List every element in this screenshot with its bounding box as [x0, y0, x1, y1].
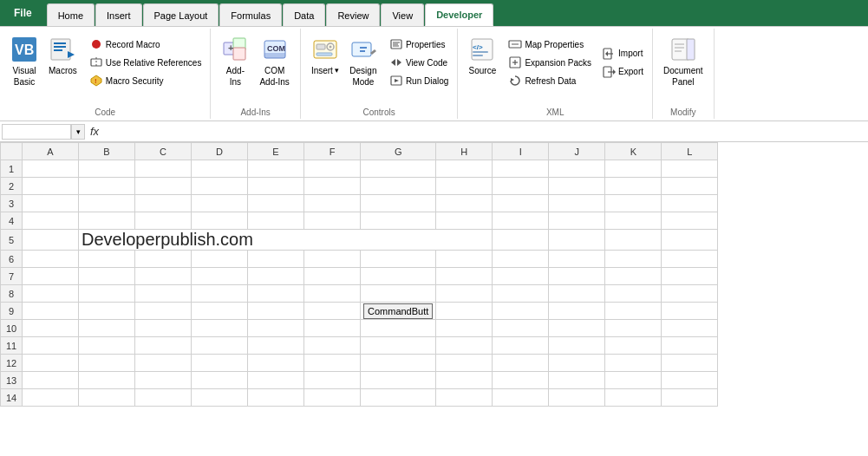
cell-L2[interactable] — [662, 178, 718, 195]
cell-G1[interactable] — [361, 160, 436, 178]
cell-B4[interactable] — [79, 212, 135, 230]
cell-L1[interactable] — [662, 160, 718, 178]
cell-L4[interactable] — [662, 212, 718, 230]
cell-I9[interactable] — [493, 303, 549, 320]
cell-E14[interactable] — [248, 389, 304, 407]
cell-K14[interactable] — [605, 389, 662, 407]
cell-I3[interactable] — [493, 195, 549, 212]
cell-D12[interactable] — [192, 355, 248, 372]
cell-B7[interactable] — [79, 268, 135, 285]
expansion-packs-button[interactable]: Expansion Packs — [505, 54, 595, 71]
cell-D6[interactable] — [192, 251, 248, 268]
tab-review[interactable]: Review — [326, 3, 380, 26]
design-mode-button[interactable]: DesignMode — [344, 32, 382, 91]
cell-E4[interactable] — [248, 212, 304, 230]
cell-A14[interactable] — [23, 389, 79, 407]
cell-H10[interactable] — [436, 320, 493, 337]
cell-G11[interactable] — [361, 337, 436, 355]
cell-F1[interactable] — [304, 160, 361, 178]
export-button[interactable]: Export — [598, 63, 647, 81]
cell-L11[interactable] — [662, 337, 718, 355]
cell-F11[interactable] — [304, 337, 361, 355]
cell-J13[interactable] — [549, 372, 605, 389]
cell-E2[interactable] — [248, 178, 304, 195]
cell-F9[interactable] — [304, 303, 361, 320]
cell-J14[interactable] — [549, 389, 605, 407]
cell-B12[interactable] — [79, 355, 135, 372]
add-ins-button[interactable]: + Add-Ins — [216, 32, 254, 91]
cell-F14[interactable] — [304, 389, 361, 407]
cell-E12[interactable] — [248, 355, 304, 372]
cell-C12[interactable] — [135, 355, 192, 372]
cell-K8[interactable] — [605, 285, 662, 303]
insert-control-button[interactable]: Insert ▾ — [306, 32, 344, 80]
cell-K4[interactable] — [605, 212, 662, 230]
cell-H3[interactable] — [436, 195, 493, 212]
cell-A11[interactable] — [23, 337, 79, 355]
cell-B14[interactable] — [79, 389, 135, 407]
cell-A5[interactable] — [23, 230, 79, 251]
cell-E3[interactable] — [248, 195, 304, 212]
cell-K1[interactable] — [605, 160, 662, 178]
cell-D2[interactable] — [192, 178, 248, 195]
cell-B10[interactable] — [79, 320, 135, 337]
cell-J7[interactable] — [549, 268, 605, 285]
cell-C1[interactable] — [135, 160, 192, 178]
cell-A7[interactable] — [23, 268, 79, 285]
cell-E8[interactable] — [248, 285, 304, 303]
cell-B2[interactable] — [79, 178, 135, 195]
cell-I6[interactable] — [493, 251, 549, 268]
cell-A2[interactable] — [23, 178, 79, 195]
cell-E13[interactable] — [248, 372, 304, 389]
command-button[interactable]: CommandButt — [363, 303, 433, 319]
tab-home[interactable]: Home — [47, 3, 95, 26]
cell-J9[interactable] — [549, 303, 605, 320]
cell-C3[interactable] — [135, 195, 192, 212]
cell-G13[interactable] — [361, 372, 436, 389]
cell-B6[interactable] — [79, 251, 135, 268]
cell-K2[interactable] — [605, 178, 662, 195]
cell-K6[interactable] — [605, 251, 662, 268]
cell-F3[interactable] — [304, 195, 361, 212]
cell-L13[interactable] — [662, 372, 718, 389]
cell-B5[interactable]: Developerpublish.com — [79, 230, 493, 251]
cell-K12[interactable] — [605, 355, 662, 372]
cell-I5[interactable] — [493, 230, 549, 251]
tab-formulas[interactable]: Formulas — [219, 3, 282, 26]
cell-I14[interactable] — [493, 389, 549, 407]
cell-H14[interactable] — [436, 389, 493, 407]
cell-C2[interactable] — [135, 178, 192, 195]
source-button[interactable]: </> Source — [463, 32, 501, 80]
tab-developer[interactable]: Developer — [425, 3, 493, 26]
cell-B13[interactable] — [79, 372, 135, 389]
cell-I12[interactable] — [493, 355, 549, 372]
cell-I13[interactable] — [493, 372, 549, 389]
cell-C8[interactable] — [135, 285, 192, 303]
cell-A13[interactable] — [23, 372, 79, 389]
cell-F7[interactable] — [304, 268, 361, 285]
cell-C11[interactable] — [135, 337, 192, 355]
cell-H11[interactable] — [436, 337, 493, 355]
cell-L10[interactable] — [662, 320, 718, 337]
cell-J10[interactable] — [549, 320, 605, 337]
cell-B8[interactable] — [79, 285, 135, 303]
cell-L14[interactable] — [662, 389, 718, 407]
cell-D14[interactable] — [192, 389, 248, 407]
map-properties-button[interactable]: Map Properties — [505, 36, 595, 53]
cell-F8[interactable] — [304, 285, 361, 303]
cell-J4[interactable] — [549, 212, 605, 230]
cell-D4[interactable] — [192, 212, 248, 230]
cell-C4[interactable] — [135, 212, 192, 230]
cell-J1[interactable] — [549, 160, 605, 178]
cell-B3[interactable] — [79, 195, 135, 212]
cell-D8[interactable] — [192, 285, 248, 303]
cell-L12[interactable] — [662, 355, 718, 372]
use-relative-button[interactable]: Use Relative References — [86, 54, 206, 71]
cell-G14[interactable] — [361, 389, 436, 407]
cell-G7[interactable] — [361, 268, 436, 285]
cell-H6[interactable] — [436, 251, 493, 268]
record-macro-button[interactable]: Record Macro — [86, 36, 206, 53]
cell-K5[interactable] — [605, 230, 662, 251]
cell-H8[interactable] — [436, 285, 493, 303]
cell-L5[interactable] — [662, 230, 718, 251]
